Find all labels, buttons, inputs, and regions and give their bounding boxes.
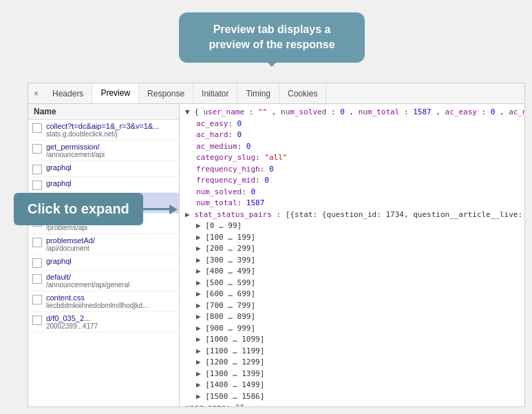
json-username-line: user_name: "": [185, 402, 519, 406]
item-checkbox[interactable]: [32, 123, 42, 133]
expand-overlay: Click to expand: [14, 193, 143, 225]
json-line-frequency-mid: frequency_mid: 0: [185, 175, 519, 187]
tab-response[interactable]: Response: [139, 83, 193, 103]
item-checkbox[interactable]: [32, 238, 42, 247]
list-item[interactable]: collect?t=dc&aip=1&_r=3&v=1&... stats.g.…: [28, 120, 179, 141]
list-item[interactable]: default/ /announcement/api/general: [28, 271, 179, 291]
json-range-1400[interactable]: ▶ [1400 … 1499]: [185, 380, 519, 391]
json-range-600[interactable]: ▶ [600 … 699]: [185, 289, 519, 300]
expand-label: Click to expand: [28, 201, 129, 216]
list-item[interactable]: problemsetAd/ /api/document: [28, 234, 179, 255]
tooltip-text: Preview tab displays a preview of the re…: [209, 23, 334, 50]
json-range-300[interactable]: ▶ [300 … 399]: [185, 255, 519, 267]
json-range-900[interactable]: ▶ [900 … 999]: [185, 323, 519, 335]
json-range-800[interactable]: ▶ [800 … 899]: [185, 311, 519, 323]
json-line-ac-hard: ac_hard: 0: [185, 130, 519, 141]
content-area: Name collect?t=dc&aip=1&_r=3&v=1&... sta…: [28, 104, 524, 406]
json-range-500[interactable]: ▶ [500 … 599]: [185, 278, 519, 289]
json-line-num-total: num_total: 1587: [185, 198, 519, 209]
list-item[interactable]: d/f0_035_2... 20002399...4177: [28, 312, 179, 333]
list-item[interactable]: content.css liecbddmkiiihnedobmlmillhodj…: [28, 291, 179, 312]
json-line-num-solved: num_solved: 0: [185, 187, 519, 198]
json-line-frequency-high: frequency_high: 0: [185, 164, 519, 176]
item-checkbox[interactable]: [32, 165, 42, 174]
json-range-0[interactable]: ▶ [0 … 99]: [185, 220, 519, 232]
item-checkbox[interactable]: [32, 144, 42, 154]
json-range-1500[interactable]: ▶ [1500 … 1586]: [185, 391, 519, 403]
json-line-ac-medium: ac_medium: 0: [185, 141, 519, 153]
item-checkbox[interactable]: [32, 274, 42, 284]
tabs-bar: × Headers Preview Response Initiator Tim…: [28, 83, 524, 104]
list-item[interactable]: graphql: [28, 177, 179, 193]
json-range-400[interactable]: ▶ [400 … 499]: [185, 266, 519, 278]
tab-headers[interactable]: Headers: [44, 83, 92, 103]
json-range-100[interactable]: ▶ [100 … 199]: [185, 232, 519, 244]
item-checkbox[interactable]: [32, 315, 42, 325]
main-panel: × Headers Preview Response Initiator Tim…: [28, 83, 525, 407]
json-range-1300[interactable]: ▶ [1300 … 1399]: [185, 369, 519, 380]
network-list-header: Name: [28, 104, 179, 120]
list-item[interactable]: get_permission/ /announcement/api: [28, 141, 179, 161]
list-item[interactable]: graphql: [28, 161, 179, 177]
expand-box[interactable]: Click to expand: [14, 193, 143, 225]
json-stat-line[interactable]: ▶ stat_status_pairs : [{stat: {question_…: [185, 209, 519, 221]
json-range-700[interactable]: ▶ [700 … 799]: [185, 300, 519, 312]
item-checkbox[interactable]: [32, 180, 42, 190]
json-line-category-slug: category_slug: "all": [185, 152, 519, 164]
network-list: Name collect?t=dc&aip=1&_r=3&v=1&... sta…: [28, 104, 180, 406]
list-item[interactable]: graphql: [28, 255, 179, 271]
tab-initiator[interactable]: Initiator: [193, 83, 237, 103]
tab-preview[interactable]: Preview: [92, 83, 139, 103]
item-checkbox[interactable]: [32, 295, 42, 304]
json-line-ac-easy: ac_easy: 0: [185, 118, 519, 130]
tab-cookies[interactable]: Cookies: [279, 83, 326, 103]
tooltip-bubble: Preview tab displays a preview of the re…: [179, 12, 365, 63]
tab-timing[interactable]: Timing: [237, 83, 279, 103]
json-top-line[interactable]: ▼ { user_name : "" , num_solved : 0 , nu…: [185, 107, 519, 118]
preview-panel: ▼ { user_name : "" , num_solved : 0 , nu…: [180, 104, 524, 406]
json-range-200[interactable]: ▶ [200 … 299]: [185, 243, 519, 255]
json-range-1200[interactable]: ▶ [1200 … 1299]: [185, 357, 519, 369]
tab-close-button[interactable]: ×: [28, 89, 44, 99]
json-range-1100[interactable]: ▶ [1100 … 1199]: [185, 346, 519, 358]
item-checkbox[interactable]: [32, 258, 42, 268]
json-range-1000[interactable]: ▶ [1000 … 1099]: [185, 334, 519, 346]
